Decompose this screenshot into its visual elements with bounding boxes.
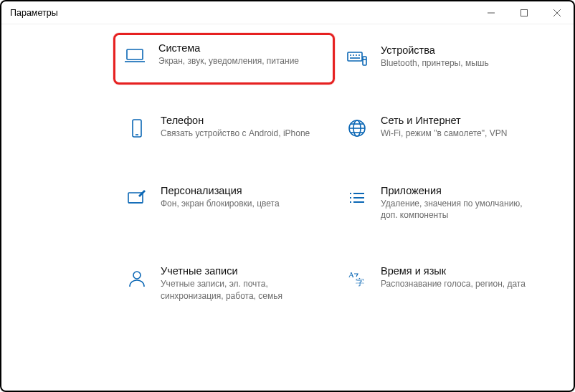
svg-rect-1	[521, 9, 528, 16]
minimize-button[interactable]	[475, 1, 508, 24]
tile-accounts-title: Учетные записи	[161, 265, 311, 277]
tile-system-title: Система	[158, 42, 299, 54]
tile-phone-desc: Связать устройство с Android, iPhone	[161, 128, 310, 139]
tile-phone[interactable]: Телефон Связать устройство с Android, iP…	[120, 110, 328, 145]
tile-devices-desc: Bluetooth, принтеры, мышь	[381, 57, 489, 69]
tile-personalization-desc: Фон, экран блокировки, цвета	[161, 198, 280, 209]
svg-point-29	[133, 272, 141, 279]
svg-rect-6	[348, 52, 362, 61]
tile-apps-title: Приложения	[381, 185, 531, 196]
tile-system-desc: Экран, звук, уведомления, питание	[158, 55, 299, 67]
tile-apps-desc: Удаление, значения по умолчанию, доп. ко…	[381, 198, 531, 221]
svg-text:A: A	[348, 270, 354, 279]
window-title: Параметры	[10, 8, 58, 18]
personalization-icon	[125, 186, 149, 211]
tile-accounts[interactable]: Учетные записи Учетные записи, эл. почта…	[120, 261, 328, 305]
settings-grid: Система Экран, звук, уведомления, питани…	[13, 40, 562, 306]
tile-timelang-title: Время и язык	[381, 265, 526, 277]
svg-rect-12	[363, 57, 366, 65]
tile-phone-title: Телефон	[161, 115, 310, 126]
tile-personalization-title: Персонализация	[161, 185, 280, 196]
tile-system[interactable]: Система Экран, звук, уведомления, питани…	[113, 33, 335, 85]
tile-time-language[interactable]: A 字 Время и язык Распознавание голоса, р…	[341, 261, 548, 305]
svg-text:字: 字	[356, 277, 364, 287]
globe-icon	[345, 116, 369, 140]
window-controls	[475, 1, 574, 24]
tile-personalization[interactable]: Персонализация Фон, экран блокировки, цв…	[120, 181, 328, 225]
phone-icon	[125, 116, 149, 140]
tile-timelang-desc: Распознавание голоса, регион, дата	[381, 278, 526, 290]
laptop-icon	[123, 44, 147, 68]
svg-rect-4	[127, 49, 143, 59]
time-language-icon: A 字	[345, 267, 369, 291]
apps-list-icon	[345, 186, 369, 211]
tile-apps[interactable]: Приложения Удаление, значения по умолчан…	[341, 181, 548, 225]
tile-devices-title: Устройства	[381, 44, 489, 56]
tile-accounts-desc: Учетные записи, эл. почта, синхронизация…	[161, 278, 311, 301]
content-area: Система Экран, звук, уведомления, питани…	[1, 24, 574, 391]
tile-network-title: Сеть и Интернет	[381, 115, 507, 126]
keyboard-icon	[345, 46, 369, 70]
tile-devices[interactable]: Устройства Bluetooth, принтеры, мышь	[341, 40, 548, 75]
maximize-button[interactable]	[508, 1, 541, 24]
titlebar: Параметры	[1, 1, 574, 24]
settings-window: Параметры	[0, 0, 575, 392]
person-icon	[125, 267, 149, 291]
tile-network[interactable]: Сеть и Интернет Wi-Fi, режим "в самолете…	[341, 110, 548, 145]
tile-network-desc: Wi-Fi, режим "в самолете", VPN	[381, 128, 507, 139]
close-button[interactable]	[541, 1, 574, 24]
